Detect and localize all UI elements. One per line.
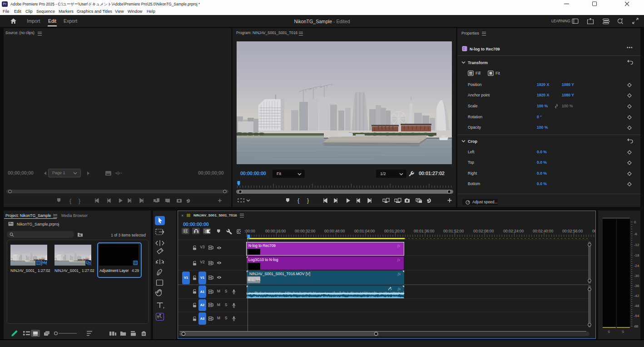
svg-text:{: { [69, 198, 71, 204]
svg-text:{: { [297, 197, 299, 204]
svg-text:}: } [307, 197, 309, 204]
svg-text:}: } [79, 198, 80, 204]
